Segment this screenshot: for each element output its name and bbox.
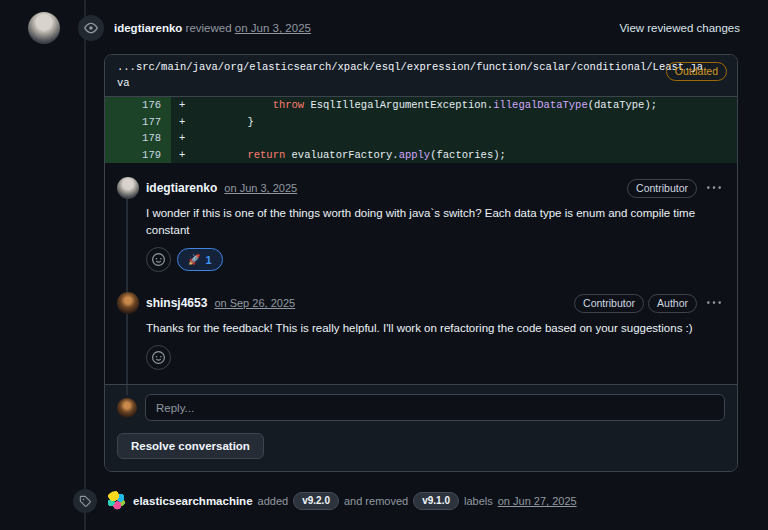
diff-plus-sign: + [179,114,197,131]
comment-body: I wonder if this is one of the things wo… [146,205,725,239]
rocket-reaction-pill[interactable]: 🚀 1 [177,248,223,271]
diff-plus-sign: + [179,130,197,147]
diff-plus-sign: + [179,147,197,164]
kebab-menu-button[interactable] [707,181,721,195]
comment-date-link[interactable]: on Sep 26, 2025 [214,297,295,309]
reply-input[interactable] [145,394,725,421]
eye-icon-badge [78,15,104,41]
contributor-badge: Contributor [574,294,644,313]
resolve-row: Resolve conversation [105,427,737,471]
avatar[interactable] [28,12,60,44]
comment-body: Thanks for the feedback! This is really … [146,320,725,337]
file-header[interactable]: ...src/main/java/org/elasticsearch/xpack… [105,55,737,97]
thread-footer: Resolve conversation [105,384,737,471]
avatar[interactable] [106,491,126,511]
smiley-icon [152,351,165,364]
view-reviewed-changes-link[interactable]: View reviewed changes [619,22,740,34]
reaction-row [146,345,725,370]
diff-line: 179+ return evaluatorFactory.apply(facto… [105,147,737,164]
code-line: + [171,130,737,147]
comment-username[interactable]: shinsj4653 [146,296,207,310]
event-text-added: added [258,495,289,507]
eye-icon [84,21,98,35]
review-date-link[interactable]: on Jun 3, 2025 [235,22,311,34]
timeline-line [84,0,86,530]
comment-thread: idegtiarenko on Jun 3, 2025 Contributor … [105,163,737,384]
kebab-horizontal-icon [707,181,721,195]
event-text-removed: and removed [344,495,408,507]
comment-date-link[interactable]: on Jun 3, 2025 [224,182,297,194]
diff-block: 176+ throw EsqlIllegalArgumentException.… [105,97,737,163]
line-number[interactable]: 177 [105,114,171,131]
badge-group: Contributor [627,179,697,198]
kebab-horizontal-icon [707,296,721,310]
tag-icon-badge [73,489,97,513]
label-event-row: elasticsearchmachine added v9.2.0 and re… [73,489,760,513]
author-badge: Author [648,294,697,313]
code-line: + } [171,114,737,131]
diff-line: 178+ [105,130,737,147]
review-action: reviewed [186,22,232,34]
review-header-text: idegtiarenko reviewed on Jun 3, 2025 [114,22,311,34]
reply-row [105,385,737,427]
comment-header: shinsj4653 on Sep 26, 2025 Contributor A… [117,292,725,314]
diff-line: 176+ throw EsqlIllegalArgumentException.… [105,97,737,114]
line-number[interactable]: 178 [105,130,171,147]
event-text-labels: labels [464,495,493,507]
avatar[interactable] [117,292,139,314]
thread-connector-line [126,385,128,395]
line-number[interactable]: 179 [105,147,171,164]
review-thread-card: ...src/main/java/org/elasticsearch/xpack… [104,54,738,472]
reviewer-username[interactable]: idegtiarenko [114,22,182,34]
reaction-count: 1 [205,254,211,266]
comment-username[interactable]: idegtiarenko [146,181,217,195]
resolve-conversation-button[interactable]: Resolve conversation [117,433,264,459]
code-line: + return evaluatorFactory.apply(factorie… [171,147,737,164]
add-reaction-button[interactable] [146,247,171,272]
outdated-badge: Outdated [666,62,727,81]
smiley-icon [152,253,165,266]
comment: shinsj4653 on Sep 26, 2025 Contributor A… [117,292,725,370]
label-v920[interactable]: v9.2.0 [293,492,339,510]
line-number[interactable]: 176 [105,97,171,114]
diff-plus-sign: + [179,97,197,114]
kebab-menu-button[interactable] [707,296,721,310]
add-reaction-button[interactable] [146,345,171,370]
avatar[interactable] [117,398,137,418]
review-header: idegtiarenko reviewed on Jun 3, 2025 Vie… [28,12,740,44]
badge-group: Contributor Author [574,294,697,313]
contributor-badge: Contributor [627,179,697,198]
diff-line: 177+ } [105,114,737,131]
avatar[interactable] [117,177,139,199]
reaction-row: 🚀 1 [146,247,725,272]
event-username[interactable]: elasticsearchmachine [133,495,253,507]
event-date-link[interactable]: on Jun 27, 2025 [498,495,577,507]
tag-icon [79,495,91,507]
label-v910[interactable]: v9.1.0 [413,492,459,510]
rocket-emoji: 🚀 [188,254,200,265]
comment-header: idegtiarenko on Jun 3, 2025 Contributor [117,177,725,199]
comment: idegtiarenko on Jun 3, 2025 Contributor … [117,177,725,272]
code-line: + throw EsqlIllegalArgumentException.ill… [171,97,737,114]
file-path[interactable]: ...src/main/java/org/elasticsearch/xpack… [117,60,706,91]
